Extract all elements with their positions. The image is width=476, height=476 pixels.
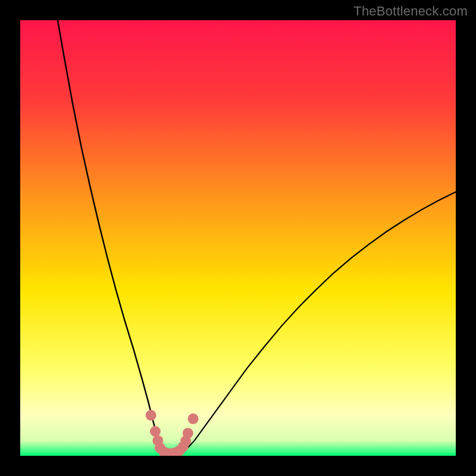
chart-frame: TheBottleneck.com	[0, 0, 476, 476]
watermark-text: TheBottleneck.com	[353, 4, 468, 19]
highlight-marker	[146, 410, 156, 421]
chart-svg	[20, 20, 456, 456]
plot-area	[20, 20, 456, 456]
gradient-background	[20, 20, 456, 456]
highlight-marker	[188, 414, 199, 424]
highlight-marker	[150, 426, 161, 437]
highlight-marker	[183, 428, 193, 439]
